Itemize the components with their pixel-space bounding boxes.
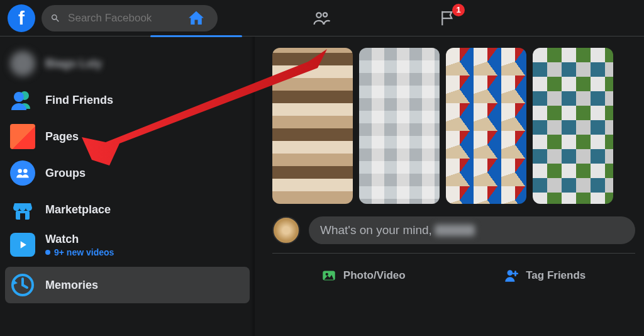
sidebar-item-profile[interactable]: Biags Lsly: [5, 45, 250, 82]
composer-prompt: What's on your mind,: [320, 223, 432, 237]
svg-point-8: [325, 273, 328, 276]
composer-action-label: Photo/Video: [343, 269, 406, 282]
main-feed: What's on your mind, Photo/Video Tag Fri…: [255, 36, 644, 336]
composer-action-label: Tag Friends: [526, 269, 586, 282]
watch-icon: [10, 233, 35, 257]
photo-video-icon: [321, 267, 337, 284]
watch-sublabel: 9+ new videos: [45, 247, 114, 257]
home-icon: [187, 9, 206, 28]
story-card[interactable]: [533, 48, 613, 204]
sidebar-item-label: Marketplace: [45, 203, 111, 216]
composer-avatar[interactable]: [272, 216, 300, 244]
sidebar-item-watch[interactable]: Watch 9+ new videos: [5, 228, 250, 267]
svg-point-2: [18, 169, 22, 174]
search-icon: [50, 13, 60, 24]
find-friends-icon: [10, 87, 35, 113]
pages-badge: 1: [452, 4, 465, 16]
sidebar-item-marketplace[interactable]: Marketplace: [5, 191, 250, 228]
friends-icon: [313, 9, 331, 28]
composer-divider: [272, 253, 635, 254]
sidebar-item-label: Groups: [45, 167, 86, 180]
topbar: f 1: [0, 0, 644, 36]
profile-avatar: [10, 51, 35, 76]
story-card[interactable]: [272, 48, 353, 204]
sidebar-item-label: Pages: [45, 130, 79, 143]
groups-icon: [10, 160, 35, 186]
sidebar-item-groups[interactable]: Groups: [5, 155, 250, 191]
sidebar-item-pages[interactable]: Pages: [5, 118, 250, 155]
svg-point-9: [508, 270, 513, 276]
tag-friends-icon: [503, 267, 519, 284]
svg-rect-5: [20, 213, 25, 220]
sidebar-item-find-friends[interactable]: Find Friends: [5, 82, 250, 118]
nav-home[interactable]: [162, 0, 231, 36]
top-navigation: 1: [162, 0, 482, 36]
svg-point-3: [23, 169, 28, 174]
svg-point-1: [14, 92, 24, 102]
story-card[interactable]: [446, 48, 526, 204]
facebook-logo[interactable]: f: [8, 4, 35, 32]
sidebar-item-label: Memories: [45, 279, 98, 292]
sidebar-item-label: Find Friends: [45, 94, 113, 107]
memories-icon: [10, 272, 35, 298]
post-composer: What's on your mind, Photo/Video Tag Fri…: [272, 216, 635, 289]
composer-username-blur: [435, 225, 475, 236]
composer-photo-video-button[interactable]: Photo/Video: [272, 262, 454, 289]
profile-name: Biags Lsly: [45, 57, 102, 70]
composer-tag-friends-button[interactable]: Tag Friends: [454, 262, 636, 289]
content: Biags Lsly Find Friends Pages Groups: [0, 36, 644, 336]
left-sidebar: Biags Lsly Find Friends Pages Groups: [0, 36, 255, 336]
sidebar-item-memories[interactable]: Memories: [5, 267, 250, 303]
nav-pages[interactable]: 1: [413, 0, 482, 36]
pages-icon: [10, 124, 35, 149]
marketplace-icon: [10, 197, 35, 222]
nav-friends[interactable]: [287, 0, 357, 36]
sidebar-item-label: Watch: [45, 233, 114, 246]
composer-input[interactable]: What's on your mind,: [309, 216, 635, 244]
story-card[interactable]: [359, 48, 440, 204]
stories-row[interactable]: [272, 48, 635, 204]
new-dot-icon: [45, 250, 50, 255]
